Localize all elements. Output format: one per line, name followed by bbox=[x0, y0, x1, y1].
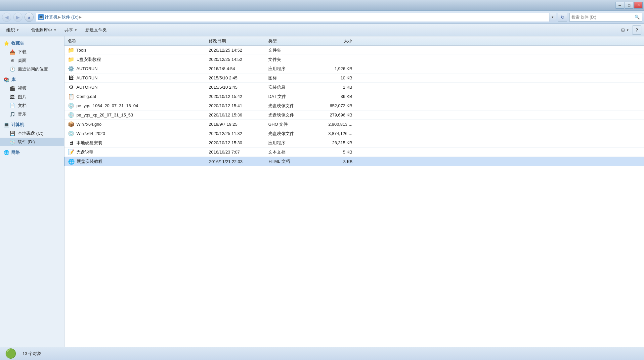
header-type[interactable]: 类型 bbox=[266, 38, 313, 44]
sidebar-section-library: 📚 库 🎬 视频 🖼 图片 📄 文档 🎵 音乐 bbox=[0, 75, 64, 118]
video-label: 视频 bbox=[18, 85, 26, 91]
file-icon: 💿 bbox=[68, 103, 74, 109]
table-row[interactable]: 🖥 本地硬盘安装 2020/10/12 15:30 应用程序 28,315 KB bbox=[64, 138, 644, 148]
file-date: 2020/10/12 15:30 bbox=[207, 140, 266, 145]
status-count: 13 个对象 bbox=[22, 351, 41, 357]
file-size: 36 KB bbox=[313, 94, 356, 99]
view-icon: ⊞ bbox=[621, 27, 625, 32]
breadcrumb-dropdown[interactable]: ▼ bbox=[549, 13, 556, 22]
minimize-button[interactable]: ─ bbox=[616, 2, 624, 9]
breadcrumb-sep1: ▶ bbox=[58, 15, 61, 19]
breadcrumb-computer[interactable]: 计算机 bbox=[45, 14, 58, 20]
file-name: AUTORUN bbox=[76, 85, 98, 90]
sidebar-item-local-c[interactable]: 💾 本地磁盘 (C:) bbox=[0, 129, 64, 138]
file-icon: 🖼 bbox=[68, 75, 74, 81]
sidebar-item-video[interactable]: 🎬 视频 bbox=[0, 84, 64, 93]
desktop-icon: 🖥 bbox=[9, 58, 15, 64]
up-button[interactable]: ▲ bbox=[24, 13, 34, 22]
file-type: 光盘映像文件 bbox=[266, 131, 313, 137]
file-name: U盘安装教程 bbox=[76, 57, 101, 63]
sidebar-item-pictures[interactable]: 🖼 图片 bbox=[0, 93, 64, 101]
file-date: 2020/10/12 15:42 bbox=[207, 94, 266, 99]
share-arrow: ▼ bbox=[74, 28, 77, 32]
breadcrumb-sep2: ▶ bbox=[79, 15, 82, 19]
search-input[interactable] bbox=[572, 15, 633, 20]
toolbar-separator-1 bbox=[25, 27, 25, 33]
search-icon[interactable]: 🔍 bbox=[634, 15, 640, 20]
network-label: 网络 bbox=[11, 150, 20, 156]
file-list-header: 名称 修改日期 类型 大小 bbox=[64, 36, 644, 46]
header-size[interactable]: 大小 bbox=[313, 38, 356, 44]
address-bar: ◀ ▶ ▲ 💻 计算机 ▶ 软件 (D:) ▶ ▼ ↻ 🔍 bbox=[0, 11, 644, 24]
table-row[interactable]: 🖼 AUTORUN 2015/5/10 2:45 图标 10 KB bbox=[64, 73, 644, 83]
library-icon: 📚 bbox=[3, 77, 9, 83]
video-icon: 🎬 bbox=[9, 85, 15, 91]
include-library-button[interactable]: 包含到库中 ▼ bbox=[27, 25, 60, 35]
file-type: 文本文档 bbox=[266, 149, 313, 155]
sidebar-item-downloads[interactable]: 📥 下载 bbox=[0, 48, 64, 56]
table-row[interactable]: 📝 光盘说明 2016/10/23 7:07 文本文档 5 KB bbox=[64, 148, 644, 157]
share-button[interactable]: 共享 ▼ bbox=[61, 25, 81, 35]
breadcrumb-drive[interactable]: 软件 (D:) bbox=[62, 14, 78, 20]
file-date: 2015/5/10 2:45 bbox=[207, 85, 266, 90]
file-icon: 💿 bbox=[68, 130, 74, 137]
back-button[interactable]: ◀ bbox=[2, 13, 11, 22]
file-date: 2020/10/12 15:41 bbox=[207, 103, 266, 108]
table-row[interactable]: ⚙️ AUTORUN 2016/1/8 4:54 应用程序 1,926 KB bbox=[64, 64, 644, 73]
file-name-cell: 💿 Win7x64_2020 bbox=[64, 130, 207, 137]
table-row[interactable]: 💿 Win7x64_2020 2020/12/25 11:32 光盘映像文件 3… bbox=[64, 129, 644, 138]
local-c-label: 本地磁盘 (C:) bbox=[18, 130, 43, 136]
organize-arrow: ▼ bbox=[16, 28, 19, 32]
new-folder-label: 新建文件夹 bbox=[85, 27, 107, 33]
file-rows-container: 📁 Tools 2020/12/25 14:52 文件夹 📁 U盘安装教程 20… bbox=[64, 46, 644, 166]
help-button[interactable]: ? bbox=[632, 25, 641, 35]
file-name-cell: 📋 Config.dat bbox=[64, 93, 207, 100]
sidebar-header-favorites[interactable]: ⭐ 收藏夹 bbox=[0, 39, 64, 48]
forward-button[interactable]: ▶ bbox=[13, 13, 22, 22]
header-date[interactable]: 修改日期 bbox=[207, 38, 266, 44]
file-name: 光盘说明 bbox=[76, 149, 94, 155]
file-date: 2016/10/23 7:07 bbox=[207, 150, 266, 155]
table-row[interactable]: ⚙ AUTORUN 2015/5/10 2:45 安装信息 1 KB bbox=[64, 83, 644, 92]
file-date: 2020/12/25 14:52 bbox=[207, 57, 266, 62]
refresh-button[interactable]: ↻ bbox=[558, 13, 567, 22]
file-type: 应用程序 bbox=[266, 66, 313, 72]
file-name: Win7x64_2020 bbox=[76, 131, 105, 136]
file-name-cell: 🖥 本地硬盘安装 bbox=[64, 140, 207, 146]
sidebar-item-desktop[interactable]: 🖥 桌面 bbox=[0, 56, 64, 65]
new-folder-button[interactable]: 新建文件夹 bbox=[82, 25, 110, 35]
recent-label: 最近访问的位置 bbox=[18, 66, 48, 72]
file-name-cell: 💿 pe_yqs_xp_20_07_31_15_53 bbox=[64, 112, 207, 118]
maximize-button[interactable]: □ bbox=[625, 2, 633, 9]
file-name-cell: 💿 pe_yqs_1064_20_07_31_16_04 bbox=[64, 103, 207, 109]
sidebar-header-computer[interactable]: 💻 计算机 bbox=[0, 120, 64, 129]
sidebar: ⭐ 收藏夹 📥 下载 🖥 桌面 🕐 最近访问的位置 📚 库 bbox=[0, 36, 64, 347]
organize-button[interactable]: 组织 ▼ bbox=[3, 25, 23, 35]
file-name-cell: ⚙ AUTORUN bbox=[64, 84, 207, 91]
table-row[interactable]: 📋 Config.dat 2020/10/12 15:42 DAT 文件 36 … bbox=[64, 92, 644, 101]
file-name: AUTORUN bbox=[76, 66, 98, 71]
sidebar-item-docs[interactable]: 📄 文档 bbox=[0, 101, 64, 110]
view-button[interactable]: ⊞ ▼ bbox=[619, 25, 631, 35]
sidebar-header-network[interactable]: 🌐 网络 bbox=[0, 148, 64, 157]
sidebar-item-recent[interactable]: 🕐 最近访问的位置 bbox=[0, 65, 64, 73]
file-date: 2019/9/7 19:25 bbox=[207, 122, 266, 127]
header-name[interactable]: 名称 bbox=[64, 38, 207, 44]
local-c-icon: 💾 bbox=[9, 130, 15, 136]
table-row[interactable]: 💿 pe_yqs_1064_20_07_31_16_04 2020/10/12 … bbox=[64, 101, 644, 111]
sidebar-header-library[interactable]: 📚 库 bbox=[0, 75, 64, 84]
file-type: 文件夹 bbox=[266, 57, 313, 63]
table-row[interactable]: 📁 Tools 2020/12/25 14:52 文件夹 bbox=[64, 46, 644, 55]
sidebar-section-favorites: ⭐ 收藏夹 📥 下载 🖥 桌面 🕐 最近访问的位置 bbox=[0, 39, 64, 73]
table-row[interactable]: 📁 U盘安装教程 2020/12/25 14:52 文件夹 bbox=[64, 55, 644, 64]
table-row[interactable]: 💿 pe_yqs_xp_20_07_31_15_53 2020/10/12 15… bbox=[64, 111, 644, 120]
sidebar-item-software-d[interactable]: 💿 软件 (D:) bbox=[0, 138, 64, 146]
sidebar-item-music[interactable]: 🎵 音乐 bbox=[0, 110, 64, 118]
breadcrumb: 💻 计算机 ▶ 软件 (D:) ▶ bbox=[36, 13, 549, 22]
file-date: 2020/12/25 14:52 bbox=[207, 48, 266, 53]
table-row[interactable]: 📦 Win7x64.gho 2019/9/7 19:25 GHO 文件 2,90… bbox=[64, 120, 644, 129]
close-button[interactable]: ✕ bbox=[634, 2, 643, 9]
file-name: Config.dat bbox=[76, 94, 96, 99]
table-row[interactable]: 🌐 硬盘安装教程 2016/11/21 22:03 HTML 文档 3 KB bbox=[64, 157, 644, 166]
file-icon: 🖥 bbox=[68, 140, 74, 146]
